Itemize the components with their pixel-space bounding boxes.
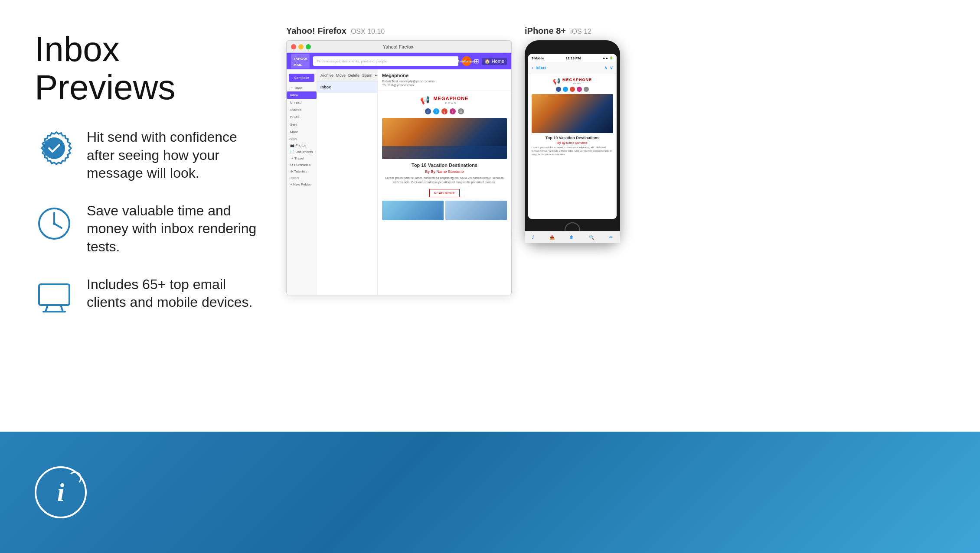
archive-btn[interactable]: Archive: [320, 73, 333, 78]
photos-item[interactable]: 📷 Photos: [287, 142, 317, 149]
thumbnail-1: [382, 201, 444, 220]
phone-label-name: iPhone 8+: [525, 26, 566, 36]
phone-status-bar: T-Mobile 12:18 PM ▲▲ 🔋: [528, 54, 617, 62]
phone-card-subtitle: By By Name Surname: [532, 141, 613, 144]
new-folder-item[interactable]: + New Folder: [287, 181, 317, 188]
phone-brand-name: MEGAPHONE: [562, 78, 592, 82]
sent-item[interactable]: Sent: [287, 121, 317, 128]
svg-line-7: [61, 305, 63, 312]
delete-btn[interactable]: Delete: [348, 73, 359, 78]
purchases-item[interactable]: ⊙ Purchases: [287, 162, 317, 168]
close-btn[interactable]: [291, 44, 296, 49]
card-subtitle: By By Name Surname: [382, 169, 507, 174]
mail-list: Archive Move Delete Spam ••• Inbox: [317, 69, 378, 295]
feature-clients: Includes 65+ top email clients and mobil…: [35, 276, 260, 317]
phone-back-btn[interactable]: ‹: [532, 65, 533, 70]
hero-water: [382, 146, 507, 159]
feature-clients-text: Includes 65+ top email clients and mobil…: [87, 276, 260, 312]
feature-time: Save valuable time and money with inbox …: [35, 202, 260, 256]
documents-item[interactable]: 📄 Documents: [287, 149, 317, 155]
monitor-icon: [35, 278, 74, 317]
check-badge-icon: [35, 130, 74, 169]
social-icons: f t g i @: [382, 108, 507, 114]
drafts-item[interactable]: Drafts: [287, 114, 317, 121]
yahoo-nav-icons: Emailonacid ⊞ 🏠 Home: [462, 56, 507, 66]
starred-item[interactable]: Starred: [287, 106, 317, 114]
maximize-btn[interactable]: [306, 44, 311, 49]
brand-sub: news: [433, 101, 468, 105]
phone-nav-down[interactable]: ∨: [610, 65, 613, 71]
mail-sidebar: Compose ← Back Inbox Unread Starred Draf…: [287, 69, 317, 295]
mail-toolbar: Archive Move Delete Spam •••: [317, 69, 377, 81]
titlebar-controls: [291, 44, 311, 49]
page-title: Inbox Previews: [35, 30, 260, 107]
card-text: Lorem ipsum dolor sit amet, consectetur …: [382, 176, 507, 185]
compose-button[interactable]: Compose: [289, 74, 314, 82]
phone-status-icons: ▲▲ 🔋: [602, 56, 613, 60]
bottom-logo: i: [35, 466, 87, 518]
phone-mockup-container: iPhone 8+ iOS 12 T-Mobile 12:18 PM ▲▲ 🔋 …: [525, 26, 945, 243]
mail-list-item[interactable]: Inbox: [317, 81, 377, 93]
phone-time: 12:18 PM: [565, 56, 581, 60]
phone-label-os: iOS 12: [568, 28, 591, 35]
phone-email-icon: [584, 87, 589, 92]
instagram-icon: i: [450, 108, 456, 114]
phone-twitter-icon: [563, 87, 568, 92]
yahoo-logo: YAHOO!MAIL: [291, 54, 310, 68]
read-more-button[interactable]: READ MORE: [429, 189, 460, 197]
facebook-icon: f: [425, 108, 431, 114]
yahoo-navbar: YAHOO!MAIL Find messages, documents, pho…: [287, 53, 511, 69]
main-content: Inbox Previews Hit send with confidence …: [0, 0, 980, 390]
phone-nav-up[interactable]: ∧: [604, 65, 608, 71]
inbox-item[interactable]: Inbox: [287, 91, 317, 99]
phone-outer: T-Mobile 12:18 PM ▲▲ 🔋 ‹ Inbox ∧ ∨: [525, 40, 620, 243]
unread-item[interactable]: Unread: [287, 99, 317, 106]
phone-nav-icons-right: ∧ ∨: [604, 65, 613, 71]
email-hero-image: [382, 118, 507, 159]
travel-item[interactable]: → Travel: [287, 155, 317, 162]
email-icon: @: [458, 108, 464, 114]
google-icon: g: [441, 108, 448, 114]
phone-nav-bar: ‹ Inbox ∧ ∨: [528, 62, 617, 74]
more-item[interactable]: More: [287, 128, 317, 136]
email-subject: Megaphone: [382, 73, 507, 78]
titlebar-label: Yahoo! Firefox: [383, 44, 414, 49]
desktop-mockup-wrapper: Yahoo! Firefox OSX 10.10 Yahoo! Firefox: [286, 26, 512, 295]
email-to: To: test@yahoo.com: [382, 83, 507, 87]
desktop-label-os: OSX 10.10: [349, 28, 385, 35]
phone-megaphone-icon: 📢: [553, 78, 560, 85]
feature-time-text: Save valuable time and money with inbox …: [87, 202, 260, 256]
yahoo-search[interactable]: Find messages, documents, photos or peop…: [313, 56, 458, 66]
phone-megaphone-logo: 📢 MEGAPHONE news: [532, 78, 613, 85]
feature-confidence-text: Hit send with confidence after seeing ho…: [87, 128, 260, 182]
svg-line-6: [46, 305, 48, 312]
svg-point-4: [53, 222, 56, 225]
email-header: Megaphone Email Test <noreply@yahoo.com>…: [378, 69, 511, 91]
apps-icon[interactable]: ⊞: [474, 58, 479, 65]
desktop-mockup-label: Yahoo! Firefox OSX 10.10: [286, 26, 512, 36]
phone-screen: T-Mobile 12:18 PM ▲▲ 🔋 ‹ Inbox ∧ ∨: [528, 54, 617, 219]
folders-label: Folders: [287, 175, 317, 181]
svg-point-0: [43, 137, 65, 159]
clock-icon: [35, 204, 74, 243]
email-body: 📢 MEGAPHONE news f t g: [378, 91, 511, 224]
phone-facebook-icon: [556, 87, 561, 92]
move-btn[interactable]: Move: [336, 73, 346, 78]
phone-mockup-label: iPhone 8+ iOS 12: [525, 26, 945, 36]
megaphone-icon: 📢: [420, 95, 430, 105]
minimize-btn[interactable]: [298, 44, 304, 49]
twitter-icon: t: [433, 108, 439, 114]
email-content-area: Megaphone Email Test <noreply@yahoo.com>…: [378, 69, 511, 295]
mail-layout: Compose ← Back Inbox Unread Starred Draf…: [287, 69, 511, 295]
phone-carrier: T-Mobile: [532, 57, 544, 60]
home-btn[interactable]: 🏠 Home: [482, 58, 507, 65]
phone-hero-image: [532, 94, 613, 133]
spam-btn[interactable]: Spam: [362, 73, 372, 78]
card-title: Top 10 Vacation Destinations: [382, 163, 507, 168]
megaphone-logo: 📢 MEGAPHONE news: [382, 95, 507, 105]
user-avatar: Emailonacid: [462, 56, 471, 66]
thumbnail-row: [382, 201, 507, 220]
tutorials-item[interactable]: ⊙ Tutorials: [287, 168, 317, 175]
back-btn[interactable]: ← Back: [287, 84, 317, 91]
phone-inbox-label[interactable]: Inbox: [536, 65, 546, 70]
